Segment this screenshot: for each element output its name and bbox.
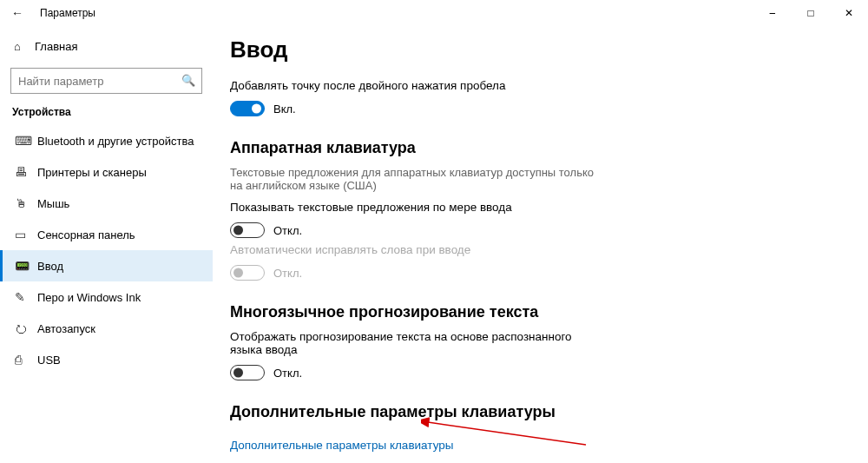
section-desc: Текстовые предложения для аппаратных кла… bbox=[230, 166, 595, 192]
sidebar: ⌂ Главная 🔍 Устройства ⌨Bluetooth и друг… bbox=[0, 26, 213, 463]
nav-label: Перо и Windows Ink bbox=[37, 291, 141, 304]
window-controls: ‒ □ ✕ bbox=[753, 0, 868, 26]
minimize-button[interactable]: ‒ bbox=[753, 0, 792, 26]
option-label: Добавлять точку после двойного нажатия п… bbox=[230, 79, 833, 92]
nav-icon: ⭮ bbox=[15, 321, 37, 335]
toggle-state: Откл. bbox=[273, 367, 302, 380]
nav-icon: 📟 bbox=[15, 259, 37, 273]
search-input[interactable] bbox=[10, 68, 202, 94]
nav-label: Мышь bbox=[37, 197, 69, 210]
nav-list: ⌨Bluetooth и другие устройства🖶Принтеры … bbox=[0, 125, 213, 375]
nav-item[interactable]: ✎Перо и Windows Ink bbox=[0, 281, 213, 313]
nav-icon: 🖶 bbox=[15, 165, 37, 179]
toggle-period-after-double-space[interactable] bbox=[230, 101, 265, 116]
nav-label: Bluetooth и другие устройства bbox=[37, 135, 194, 148]
close-button[interactable]: ✕ bbox=[830, 0, 868, 26]
home-label: Главная bbox=[35, 40, 77, 53]
search-wrap: 🔍 bbox=[10, 68, 202, 94]
nav-icon: ⌨ bbox=[15, 134, 37, 148]
title-bar: ← Параметры ‒ □ ✕ bbox=[0, 0, 868, 26]
home-icon: ⌂ bbox=[14, 40, 35, 53]
back-button[interactable]: ← bbox=[7, 3, 28, 23]
section-multilingual: Многоязычное прогнозирование текста bbox=[230, 303, 833, 321]
nav-item[interactable]: ⌨Bluetooth и другие устройства bbox=[0, 125, 213, 156]
home-link[interactable]: ⌂ Главная bbox=[0, 31, 213, 61]
option-label: Отображать прогнозирование текста на осн… bbox=[230, 330, 595, 356]
nav-icon: 🖱 bbox=[15, 196, 37, 210]
advanced-keyboard-link[interactable]: Дополнительные параметры клавиатуры bbox=[230, 439, 453, 452]
toggle-multilingual-prediction[interactable] bbox=[230, 365, 265, 380]
nav-label: Принтеры и сканеры bbox=[37, 166, 147, 179]
maximize-button[interactable]: □ bbox=[792, 0, 830, 26]
nav-icon: ✎ bbox=[15, 290, 37, 304]
nav-label: Автозапуск bbox=[37, 322, 95, 335]
nav-item[interactable]: 📟Ввод bbox=[0, 250, 213, 281]
content-area: Ввод Добавлять точку после двойного нажа… bbox=[213, 26, 868, 463]
page-title: Ввод bbox=[230, 36, 833, 63]
nav-icon: ⎙ bbox=[15, 353, 37, 367]
nav-item[interactable]: ⭮Автозапуск bbox=[0, 313, 213, 344]
nav-label: Сенсорная панель bbox=[37, 228, 135, 241]
nav-group-title: Устройства bbox=[0, 106, 213, 118]
toggle-state: Откл. bbox=[273, 224, 302, 237]
section-advanced-keyboard: Дополнительные параметры клавиатуры bbox=[230, 403, 833, 421]
toggle-state: Откл. bbox=[273, 267, 302, 280]
nav-icon: ▭ bbox=[15, 228, 37, 241]
section-hardware-keyboard: Аппаратная клавиатура bbox=[230, 139, 833, 157]
toggle-state: Вкл. bbox=[273, 103, 296, 116]
toggle-autocorrect-words bbox=[230, 265, 265, 281]
option-label: Автоматически исправлять слова при вводе bbox=[230, 243, 833, 256]
nav-label: USB bbox=[37, 354, 61, 367]
window-title: Параметры bbox=[40, 7, 95, 19]
nav-item[interactable]: ▭Сенсорная панель bbox=[0, 219, 213, 250]
option-label: Показывать текстовые предложения по мере… bbox=[230, 201, 833, 214]
nav-item[interactable]: 🖱Мышь bbox=[0, 188, 213, 219]
nav-item[interactable]: ⎙USB bbox=[0, 344, 213, 375]
toggle-show-text-suggestions[interactable] bbox=[230, 222, 265, 238]
nav-item[interactable]: 🖶Принтеры и сканеры bbox=[0, 156, 213, 188]
nav-label: Ввод bbox=[37, 260, 63, 273]
